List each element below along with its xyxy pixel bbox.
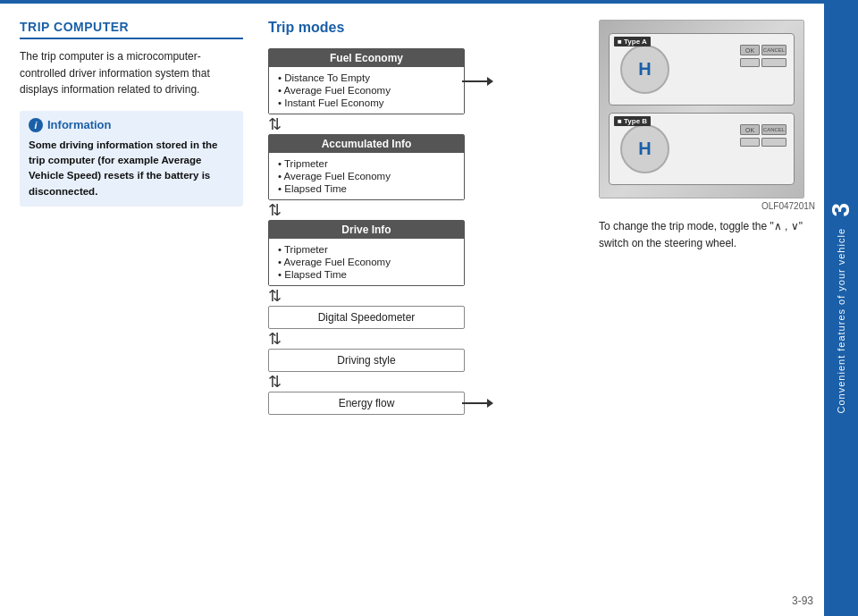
arrow-3 [268, 286, 282, 306]
hyundai-logo-b: H [638, 139, 651, 159]
drive-info-body: Tripmeter Average Fuel Economy Elapsed T… [269, 239, 464, 285]
drive-info-box: Drive Info Tripmeter Average Fuel Econom… [268, 220, 465, 286]
info-body: Some driving information stored in the t… [29, 138, 234, 199]
arrow-4 [268, 329, 282, 349]
acc-item-2: Average Fuel Economy [278, 170, 455, 182]
arrow-2 [268, 200, 282, 220]
steering-center-a: H [620, 45, 669, 94]
accumulated-info-header: Accumulated Info [269, 135, 464, 153]
sidebar-chapter-title: Convenient features of your vehicle [836, 228, 846, 413]
type-a-buttons: OK CANCEL [740, 45, 786, 67]
steering-center-b: H [620, 124, 669, 173]
energy-flow-box: Energy flow [268, 392, 465, 415]
hyundai-logo-a: H [638, 59, 651, 80]
fuel-economy-wrapper: Fuel Economy Distance To Empty Average F… [268, 48, 465, 114]
right-column: ■ Type A OK CANCEL H [592, 4, 824, 616]
info-box: i Information Some driving information s… [20, 111, 243, 207]
page-number: 3-93 [792, 595, 813, 607]
fuel-item-3: Instant Fuel Economy [278, 97, 455, 109]
digital-speedometer-box: Digital Speedometer [268, 306, 465, 329]
type-b-label: ■ Type B [614, 116, 651, 126]
image-description: To change the trip mode, toggle the "∧ ,… [599, 218, 815, 251]
accumulated-info-box: Accumulated Info Tripmeter Average Fuel … [268, 134, 465, 200]
info-icon: i [29, 118, 43, 132]
fuel-economy-box: Fuel Economy Distance To Empty Average F… [268, 48, 465, 114]
main-content: TRIP COMPUTER The trip computer is a mic… [0, 4, 824, 616]
left-column: TRIP COMPUTER The trip computer is a mic… [0, 4, 259, 616]
drive-info-header: Drive Info [269, 221, 464, 239]
type-b-panel: ■ Type B OK CANCEL H [609, 113, 795, 184]
steering-sim: ■ Type A OK CANCEL H [600, 21, 803, 198]
middle-column: Trip modes Fuel Economy Distance To Empt… [259, 4, 592, 616]
fuel-economy-arrow [462, 77, 493, 86]
trip-modes-diagram: Fuel Economy Distance To Empty Average F… [268, 48, 583, 415]
accumulated-info-body: Tripmeter Average Fuel Economy Elapsed T… [269, 153, 464, 199]
info-title: i Information [29, 118, 234, 132]
intro-text: The trip computer is a microcomputer-con… [20, 48, 243, 98]
steering-wheel-image: ■ Type A OK CANCEL H [599, 20, 804, 198]
type-a-panel: ■ Type A OK CANCEL H [609, 33, 795, 105]
trip-modes-title: Trip modes [268, 20, 583, 36]
drive-item-1: Tripmeter [278, 243, 455, 256]
chapter-number: 3 [827, 203, 855, 217]
fuel-item-1: Distance To Empty [278, 72, 455, 84]
acc-item-3: Elapsed Time [278, 182, 455, 195]
energy-flow-wrapper: Energy flow [268, 392, 465, 415]
arrow-5 [268, 372, 282, 392]
info-box-title: Information [47, 118, 112, 131]
right-sidebar: 3 Convenient features of your vehicle [824, 0, 858, 616]
drive-item-2: Average Fuel Economy [278, 256, 455, 268]
fuel-economy-body: Distance To Empty Average Fuel Economy I… [269, 67, 464, 114]
type-a-label: ■ Type A [614, 37, 651, 46]
energy-flow-arrow [462, 399, 493, 408]
driving-style-box: Driving style [268, 349, 465, 372]
fuel-item-2: Average Fuel Economy [278, 84, 455, 97]
image-caption: OLF047201N [599, 201, 815, 211]
type-b-buttons: OK CANCEL [740, 124, 786, 147]
acc-item-1: Tripmeter [278, 157, 455, 170]
drive-item-3: Elapsed Time [278, 268, 455, 281]
fuel-economy-header: Fuel Economy [269, 49, 464, 67]
section-title: TRIP COMPUTER [20, 20, 243, 39]
arrow-1 [268, 114, 282, 134]
